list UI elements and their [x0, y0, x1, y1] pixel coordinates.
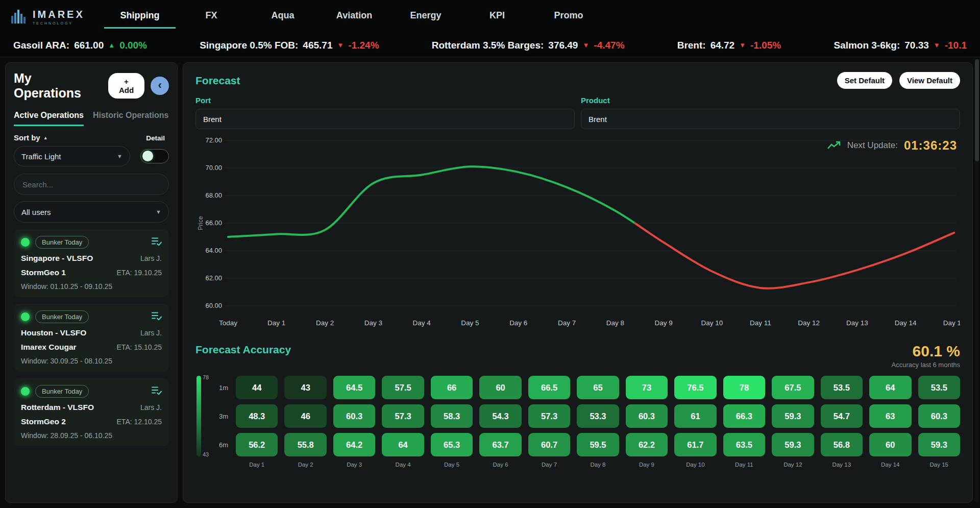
operation-details-button[interactable] [152, 386, 162, 397]
svg-text:Day 9: Day 9 [655, 319, 673, 327]
heatmap-col-label: Day 12 [772, 462, 814, 468]
ticker-value: 376.49 [548, 40, 578, 51]
ticker-value: 64.72 [710, 40, 735, 51]
svg-text:Day 5: Day 5 [461, 319, 479, 327]
accuracy-heatmap: 78 43 1m 444364.557.5666066.5657376.5786… [195, 376, 960, 473]
view-default-button[interactable]: View Default [899, 72, 960, 89]
heatmap-col-label: Day 7 [528, 462, 570, 468]
forecast-title: Forecast [195, 75, 240, 87]
heatmap-cell: 56.2 [236, 433, 278, 456]
ticker-value: 465.71 [303, 40, 332, 51]
port-label: Port [195, 96, 575, 105]
heatmap-cell: 57.3 [528, 404, 570, 428]
sort-by-label: Sort by ▲ [14, 133, 48, 142]
arrow-down-icon: ▼ [582, 41, 589, 49]
operation-route: Houston - VLSFO [21, 328, 86, 337]
traffic-light-icon [21, 387, 30, 396]
heatmap-cell: 63 [869, 404, 911, 428]
svg-text:Day 15: Day 15 [943, 319, 960, 327]
traffic-light-icon [21, 312, 30, 321]
heatmap-cell: 55.8 [284, 433, 326, 456]
nav-tab-fx[interactable]: FX [176, 5, 247, 29]
user-filter-value: All users [21, 208, 51, 216]
heatmap-cell: 66 [431, 376, 473, 399]
operation-vessel: StormGeo 1 [21, 268, 66, 277]
operation-eta: ETA: 15.10.25 [117, 343, 162, 351]
operations-tab[interactable]: Active Operations [14, 111, 84, 126]
operation-window: Window: 01.10.25 - 09.10.25 [21, 282, 162, 291]
heatmap-color-scale: 78 43 [195, 376, 210, 473]
heatmap-col-label: Day 1 [236, 462, 278, 468]
heatmap-cell: 53.3 [577, 404, 619, 428]
search-input[interactable] [14, 174, 169, 195]
operations-tabs: Active OperationsHistoric Operations [14, 111, 169, 126]
svg-text:Day 4: Day 4 [413, 319, 431, 327]
set-default-button[interactable]: Set Default [837, 72, 892, 89]
nav-tab-aqua[interactable]: Aqua [247, 5, 318, 29]
heatmap-col-label: Day 9 [626, 462, 668, 468]
operation-card[interactable]: Bunker Today Houston - VLSFO Lars J. Ima… [14, 304, 169, 372]
heatmap-row-label: 1m [213, 384, 229, 392]
nav-tab-energy[interactable]: Energy [390, 5, 461, 29]
scrollbar-thumb[interactable] [975, 59, 979, 161]
operation-card[interactable]: Bunker Today Rotterdam - VLSFO Lars J. S… [14, 378, 169, 446]
ticker-label: Brent: [677, 40, 706, 51]
page-scrollbar[interactable] [975, 59, 979, 502]
operation-route: Singapore - VLSFO [21, 254, 93, 263]
heatmap-cell: 66.5 [528, 376, 570, 399]
ticker-label: Gasoil ARA: [13, 40, 69, 51]
top-nav: IMAREX TECHNOLOGY ShippingFXAquaAviation… [0, 0, 980, 34]
heatmap-cell: 57.5 [382, 376, 424, 399]
port-select[interactable]: Brent [195, 109, 575, 129]
operation-owner: Lars J. [140, 329, 162, 337]
heatmap-col-label: Day 13 [821, 462, 863, 468]
sort-mode-select[interactable]: Traffic Light ▼ [14, 146, 130, 166]
svg-text:Day 1: Day 1 [267, 319, 285, 327]
operations-tab[interactable]: Historic Operations [93, 111, 168, 126]
operation-details-button[interactable] [152, 311, 162, 322]
nav-tab-kpi[interactable]: KPI [461, 5, 533, 29]
svg-text:68.00: 68.00 [205, 191, 222, 199]
detail-toggle[interactable] [140, 149, 169, 163]
heatmap-cell: 59.5 [577, 433, 619, 456]
forecast-panel: Forecast Set Default View Default Port B… [183, 62, 973, 503]
next-update-label: Next Update: [847, 140, 898, 151]
ticker-change: -1.24% [348, 40, 379, 51]
svg-text:Day 11: Day 11 [750, 319, 771, 327]
heatmap-cell: 54.3 [479, 404, 521, 428]
list-edit-icon [152, 311, 162, 320]
user-filter-select[interactable]: All users ▼ [14, 201, 169, 223]
heatmap-cell: 59.3 [918, 433, 960, 456]
operation-eta: ETA: 12.10.25 [117, 418, 162, 426]
heatmap-cell: 62.2 [626, 433, 668, 456]
operation-details-button[interactable] [152, 237, 162, 248]
sort-direction-icon[interactable]: ▲ [43, 135, 48, 140]
color-scale-bar [197, 376, 201, 456]
svg-text:62.00: 62.00 [205, 274, 222, 282]
svg-text:Price: Price [197, 216, 204, 230]
nav-tab-shipping[interactable]: Shipping [104, 5, 176, 29]
collapse-sidebar-button[interactable]: ‹ [151, 77, 169, 95]
arrow-down-icon: ▼ [337, 41, 344, 49]
operation-eta: ETA: 19.10.25 [117, 269, 162, 277]
accuracy-title: Forecast Accuracy [195, 344, 291, 356]
operations-panel: My Operations + Add ‹ Active OperationsH… [5, 62, 178, 503]
heatmap-row-label: 3m [213, 413, 229, 420]
product-select[interactable]: Brent [581, 109, 960, 129]
heatmap-cell: 61.7 [674, 433, 716, 456]
accuracy-subtitle: Accuracy last 6 months [892, 361, 960, 369]
arrow-down-icon: ▼ [739, 41, 746, 49]
heatmap-cell: 59.3 [772, 404, 814, 428]
next-update-countdown: 01:36:23 [904, 138, 957, 153]
traffic-light-icon [21, 238, 30, 247]
ticker-value: 661.00 [74, 40, 104, 51]
heatmap-cell: 64 [382, 433, 424, 456]
nav-tab-aviation[interactable]: Aviation [318, 5, 390, 29]
svg-text:60.00: 60.00 [205, 302, 222, 309]
add-operation-button[interactable]: + Add [108, 73, 144, 99]
ticker-change: 0.00% [119, 40, 147, 51]
ticker-item: Rotterdam 3.5% Barges: 376.49 ▼ -4.47% [432, 40, 625, 51]
nav-tab-promo[interactable]: Promo [533, 5, 604, 29]
arrow-down-icon: ▼ [934, 41, 940, 49]
operation-card[interactable]: Bunker Today Singapore - VLSFO Lars J. S… [14, 229, 169, 297]
